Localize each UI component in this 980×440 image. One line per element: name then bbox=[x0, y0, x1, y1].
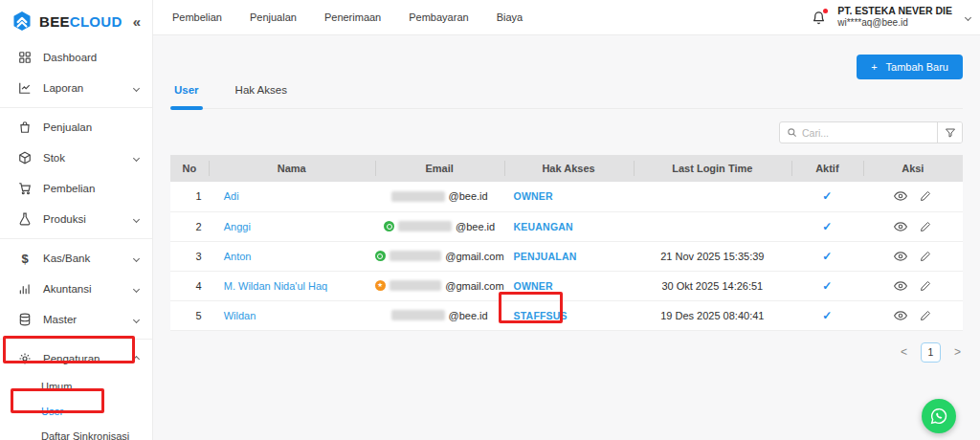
table-row: 5 Wildan @bee.id STAFFSUS 19 Des 2025 08… bbox=[170, 300, 963, 330]
main-content: + Tambah Baru User Hak Akses No Nama bbox=[153, 35, 980, 440]
topnav-item-biaya[interactable]: Biaya bbox=[497, 11, 523, 23]
active-check-icon: ✓ bbox=[822, 250, 832, 263]
row-number: 5 bbox=[170, 300, 209, 330]
view-icon[interactable] bbox=[894, 189, 907, 203]
sidebar-item-kas-bank[interactable]: $ Kas/Bank bbox=[0, 243, 152, 274]
search-box bbox=[780, 122, 937, 143]
tab-hak-akses[interactable]: Hak Akses bbox=[232, 84, 291, 108]
account-menu[interactable]: PT. ESTEKA NEVER DIE wi****aq@bee.id bbox=[837, 5, 952, 30]
col-last-login: Last Login Time bbox=[634, 155, 792, 182]
logo-row: BEECLOUD « bbox=[0, 0, 152, 40]
chevron-down-icon bbox=[133, 254, 140, 261]
sidebar-item-dashboard[interactable]: Dashboard bbox=[0, 42, 152, 73]
row-number: 1 bbox=[170, 182, 209, 211]
sidebar-item-user[interactable]: User bbox=[0, 399, 152, 424]
sidebar-item-laporan[interactable]: Laporan bbox=[0, 73, 152, 103]
page-number[interactable]: 1 bbox=[921, 342, 941, 363]
company-name: PT. ESTEKA NEVER DIE bbox=[837, 5, 952, 17]
user-name-link[interactable]: Adi bbox=[224, 190, 239, 202]
whatsapp-button[interactable] bbox=[922, 399, 956, 433]
sidebar-menu: Dashboard Laporan Penjualan Stok Pembeli… bbox=[0, 40, 152, 440]
search-icon bbox=[787, 127, 797, 138]
sidebar-item-daftar-sinkronisasi[interactable]: Daftar Sinkronisasi bbox=[0, 424, 152, 440]
database-icon bbox=[17, 313, 33, 326]
divider bbox=[0, 238, 152, 239]
sidebar-item-akuntansi[interactable]: Akuntansi bbox=[0, 274, 152, 304]
view-icon[interactable] bbox=[894, 250, 907, 263]
bar-chart-icon bbox=[17, 282, 33, 296]
redacted-email bbox=[390, 251, 442, 261]
user-name-link[interactable]: M. Wildan Nida'ul Haq bbox=[224, 280, 327, 292]
last-login-time: 30 Okt 2025 14:26:51 bbox=[634, 271, 792, 300]
col-hak-akses: Hak Akses bbox=[504, 155, 634, 182]
role-link[interactable]: PENJUALAN bbox=[514, 251, 577, 262]
role-link[interactable]: STAFFSUS bbox=[514, 310, 568, 321]
edit-icon[interactable] bbox=[920, 221, 931, 232]
edit-icon[interactable] bbox=[920, 310, 931, 321]
redacted-email bbox=[390, 280, 442, 291]
role-link[interactable]: OWNER bbox=[514, 190, 553, 202]
chevron-up-icon bbox=[133, 355, 140, 362]
topnav: Pembelian Penjualan Penerimaan Pembayara… bbox=[153, 11, 523, 23]
notification-bell-icon[interactable] bbox=[812, 11, 826, 25]
user-name-link[interactable]: Anggi bbox=[224, 221, 251, 232]
user-name-link[interactable]: Anton bbox=[224, 251, 252, 262]
active-check-icon: ✓ bbox=[822, 309, 832, 322]
divider bbox=[0, 107, 152, 108]
edit-icon[interactable] bbox=[920, 251, 931, 262]
email-status-badge-icon bbox=[375, 280, 386, 291]
report-chart-icon bbox=[17, 81, 33, 95]
last-login-time: 21 Nov 2025 15:35:39 bbox=[634, 241, 792, 271]
redacted-email bbox=[391, 310, 445, 320]
chevron-down-icon bbox=[965, 13, 971, 20]
next-page-icon[interactable]: > bbox=[954, 345, 961, 359]
chevron-down-icon bbox=[133, 154, 140, 161]
notification-dot bbox=[823, 9, 828, 13]
sidebar-item-pengaturan[interactable]: Pengaturan bbox=[0, 343, 152, 374]
role-link[interactable]: OWNER bbox=[514, 280, 553, 292]
active-tab-underline bbox=[170, 106, 203, 110]
sidebar-item-produksi[interactable]: Produksi bbox=[0, 204, 152, 234]
prev-page-icon[interactable]: < bbox=[901, 345, 907, 359]
topnav-item-pembayaran[interactable]: Pembayaran bbox=[409, 11, 468, 23]
divider bbox=[0, 339, 152, 340]
row-number: 2 bbox=[170, 211, 209, 241]
sidebar-item-umum[interactable]: Umum bbox=[0, 374, 152, 399]
view-icon[interactable] bbox=[894, 220, 907, 233]
table-row: 3 Anton @gmail.com PENJUALAN 21 Nov 2025… bbox=[170, 241, 963, 271]
search-input[interactable] bbox=[802, 127, 930, 139]
sidebar-item-stok[interactable]: Stok bbox=[0, 143, 152, 173]
sidebar-item-pembelian[interactable]: Pembelian bbox=[0, 173, 152, 204]
sidebar-collapse-icon[interactable]: « bbox=[133, 14, 141, 29]
view-icon[interactable] bbox=[894, 309, 907, 322]
email-status-badge-icon bbox=[384, 221, 394, 231]
funnel-icon bbox=[945, 127, 956, 139]
sidebar-item-penjualan[interactable]: Penjualan bbox=[0, 112, 152, 143]
col-email: Email bbox=[375, 155, 504, 182]
pengaturan-submenu: Umum User Daftar Sinkronisasi bbox=[0, 374, 152, 440]
role-link[interactable]: KEUANGAN bbox=[514, 221, 573, 232]
view-icon[interactable] bbox=[894, 279, 907, 293]
edit-icon[interactable] bbox=[920, 190, 931, 202]
edit-icon[interactable] bbox=[920, 280, 931, 292]
topnav-item-pembelian[interactable]: Pembelian bbox=[172, 11, 222, 23]
user-table: No Nama Email Hak Akses Last Login Time … bbox=[170, 155, 963, 331]
last-login-time bbox=[634, 182, 792, 211]
col-aktif: Aktif bbox=[791, 155, 863, 182]
sidebar: BEECLOUD « Dashboard Laporan Penjualan S… bbox=[0, 0, 153, 440]
row-number: 3 bbox=[170, 241, 209, 271]
last-login-time bbox=[634, 211, 792, 241]
filter-button[interactable] bbox=[937, 122, 962, 143]
email-domain: @bee.id bbox=[456, 221, 495, 232]
topnav-item-penjualan[interactable]: Penjualan bbox=[250, 11, 297, 23]
tabs: User Hak Akses bbox=[170, 84, 963, 109]
topnav-item-penerimaan[interactable]: Penerimaan bbox=[324, 11, 381, 23]
tab-user[interactable]: User bbox=[170, 84, 203, 108]
dollar-icon: $ bbox=[17, 252, 33, 266]
tambah-baru-button[interactable]: + Tambah Baru bbox=[857, 55, 963, 79]
active-check-icon: ✓ bbox=[822, 220, 832, 233]
gear-icon bbox=[17, 352, 33, 365]
user-name-link[interactable]: Wildan bbox=[224, 310, 256, 321]
sidebar-item-master[interactable]: Master bbox=[0, 304, 152, 335]
brand-name: BEECLOUD bbox=[39, 13, 122, 30]
